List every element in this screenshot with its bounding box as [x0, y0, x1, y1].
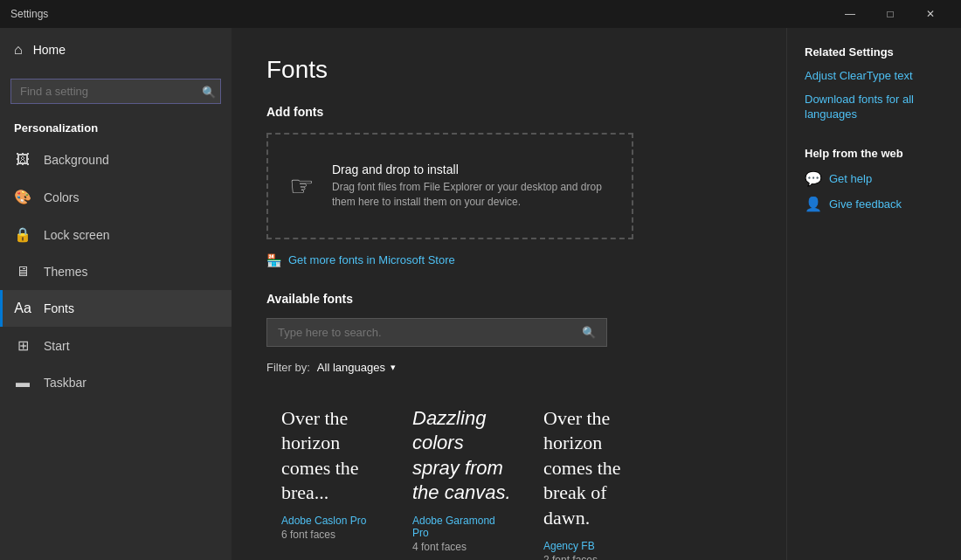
- filter-select[interactable]: All languages ▾: [317, 361, 396, 374]
- add-fonts-title: Add fonts: [266, 105, 751, 119]
- font-preview: Over the horizon comes the break of dawn…: [543, 406, 645, 531]
- sidebar-item-label: Themes: [44, 265, 88, 279]
- feedback-icon: 👤: [805, 196, 822, 212]
- chevron-down-icon: ▾: [391, 362, 396, 373]
- sidebar-item-background[interactable]: 🖼 Background: [0, 142, 232, 178]
- sidebar-home[interactable]: ⌂ Home: [0, 28, 232, 72]
- sidebar-item-taskbar[interactable]: ▬ Taskbar: [0, 364, 232, 401]
- background-icon: 🖼: [14, 152, 31, 168]
- sidebar-item-fonts[interactable]: Aa Fonts: [0, 290, 232, 327]
- font-card-agency-fb[interactable]: Over the horizon comes the break of dawn…: [529, 391, 660, 560]
- drop-desc: Drag font files from File Explorer or yo…: [332, 180, 611, 210]
- fonts-search-box: 🔍: [266, 318, 607, 347]
- page-title: Fonts: [266, 56, 751, 84]
- sidebar-section-title: Personalization: [0, 111, 232, 142]
- close-button[interactable]: ✕: [910, 0, 951, 28]
- drop-title: Drag and drop to install: [332, 162, 611, 176]
- font-preview: Dazzling colors spray from the canvas.: [412, 406, 514, 506]
- give-feedback-item[interactable]: 👤 Give feedback: [805, 196, 944, 212]
- sidebar-item-start[interactable]: ⊞ Start: [0, 327, 232, 364]
- related-settings-title: Related Settings: [805, 45, 944, 59]
- font-faces: 4 font faces: [412, 541, 514, 553]
- themes-icon: 🖥: [14, 264, 31, 280]
- drop-text: Drag and drop to install Drag font files…: [332, 162, 611, 210]
- search-icon: 🔍: [202, 85, 216, 98]
- give-feedback-link[interactable]: Give feedback: [829, 197, 902, 211]
- sidebar: ⌂ Home 🔍 Personalization 🖼 Background 🎨 …: [0, 28, 232, 560]
- window-controls: — □ ✕: [830, 0, 951, 28]
- sidebar-item-lock-screen[interactable]: 🔒 Lock screen: [0, 216, 232, 253]
- font-name: Adobe Caslon Pro: [281, 515, 383, 527]
- colors-icon: 🎨: [14, 189, 31, 205]
- font-card-adobe-garamond[interactable]: Dazzling colors spray from the canvas. A…: [398, 391, 529, 560]
- filter-label: Filter by:: [266, 361, 310, 374]
- font-card-adobe-caslon[interactable]: Over the horizon comes the brea... Adobe…: [266, 391, 398, 560]
- sidebar-item-label: Colors: [44, 190, 79, 204]
- adjust-cleartype-link[interactable]: Adjust ClearType text: [805, 69, 944, 84]
- right-panel: Related Settings Adjust ClearType text D…: [786, 28, 961, 560]
- search-container: 🔍: [0, 72, 232, 111]
- store-link[interactable]: 🏪 Get more fonts in Microsoft Store: [266, 253, 751, 267]
- fonts-icon: Aa: [14, 301, 31, 316]
- start-icon: ⊞: [14, 337, 31, 354]
- sidebar-item-label: Background: [44, 153, 109, 167]
- store-icon: 🏪: [266, 253, 281, 267]
- sidebar-item-label: Start: [44, 339, 70, 353]
- home-icon: ⌂: [14, 42, 23, 58]
- taskbar-icon: ▬: [14, 375, 31, 391]
- filter-row: Filter by: All languages ▾: [266, 361, 751, 374]
- help-title: Help from the web: [805, 147, 944, 160]
- search-input[interactable]: [10, 79, 221, 104]
- titlebar: Settings — □ ✕: [0, 0, 961, 28]
- sidebar-item-label: Fonts: [44, 301, 74, 315]
- drop-zone[interactable]: ☞ Drag and drop to install Drag font fil…: [266, 133, 633, 239]
- sidebar-item-themes[interactable]: 🖥 Themes: [0, 253, 232, 290]
- font-preview: Over the horizon comes the brea...: [281, 406, 383, 506]
- available-fonts-title: Available fonts: [266, 292, 751, 306]
- fonts-search-icon[interactable]: 🔍: [571, 319, 606, 346]
- sidebar-item-colors[interactable]: 🎨 Colors: [0, 178, 232, 216]
- font-faces: 2 font faces: [543, 554, 645, 560]
- fonts-search-input[interactable]: [267, 319, 571, 346]
- maximize-button[interactable]: □: [870, 0, 910, 28]
- main-content: Fonts Add fonts ☞ Drag and drop to insta…: [232, 28, 786, 560]
- sidebar-item-label: Taskbar: [44, 376, 86, 390]
- font-grid: Over the horizon comes the brea... Adobe…: [266, 391, 660, 560]
- store-link-label: Get more fonts in Microsoft Store: [288, 253, 455, 266]
- get-help-icon: 💬: [805, 170, 822, 187]
- get-help-item[interactable]: 💬 Get help: [805, 170, 944, 187]
- lock-icon: 🔒: [14, 226, 31, 243]
- home-label: Home: [33, 43, 66, 57]
- sidebar-item-label: Lock screen: [44, 228, 109, 242]
- get-help-link[interactable]: Get help: [829, 172, 872, 185]
- font-name: Adobe Garamond Pro: [412, 515, 514, 539]
- drop-icon: ☞: [289, 169, 315, 203]
- minimize-button[interactable]: —: [830, 0, 870, 28]
- download-fonts-link[interactable]: Download fonts for all languages: [805, 93, 944, 122]
- font-name: Agency FB: [543, 540, 645, 552]
- font-faces: 6 font faces: [281, 529, 383, 541]
- app-title: Settings: [10, 8, 48, 20]
- filter-value: All languages: [317, 361, 385, 374]
